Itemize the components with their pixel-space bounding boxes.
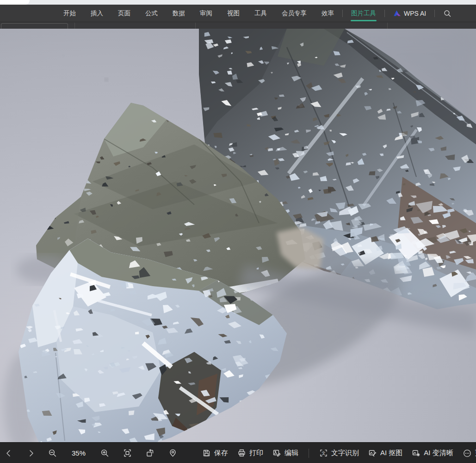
menu-item-review[interactable]: 审阅 [200, 9, 212, 18]
edit-label: 编辑 [284, 449, 298, 457]
chevron-left-icon [5, 449, 13, 457]
menu-separator [434, 10, 435, 17]
menu-separator [384, 10, 385, 17]
document-image-canvas[interactable] [0, 29, 476, 442]
search-icon [443, 9, 451, 18]
menu-item-data[interactable]: 数据 [173, 9, 185, 18]
menu-item-home[interactable]: 开始 [63, 9, 76, 18]
zoom-out-button[interactable] [48, 449, 57, 457]
print-label: 打印 [249, 449, 263, 457]
ocr-icon: 文 [319, 449, 328, 457]
menu-item-view[interactable]: 视图 [227, 9, 240, 18]
menu-item-wps-ai[interactable]: WPS AI [393, 10, 426, 17]
ribbon-separator [387, 23, 388, 29]
ribbon-separator [74, 23, 75, 29]
location-pin-button[interactable] [168, 449, 177, 457]
print-button[interactable]: 打印 [237, 449, 263, 457]
search-button[interactable] [443, 9, 451, 18]
ribbon-strip [0, 22, 476, 29]
save-button[interactable]: 保存 [202, 449, 228, 457]
menu-item-tools[interactable]: 工具 [254, 9, 267, 18]
zoom-out-icon [48, 449, 57, 457]
menu-item-formula[interactable]: 公式 [145, 9, 158, 18]
menu-item-membership[interactable]: 会员专享 [282, 9, 307, 18]
rotate-button[interactable] [146, 449, 155, 457]
ai-cutout-icon [368, 449, 377, 457]
more-button[interactable]: 更 [463, 449, 476, 458]
menu-item-picture-tools[interactable]: 图片工具 [351, 9, 376, 18]
ai-clarify-icon [412, 449, 420, 457]
top-tab-strip [0, 0, 476, 5]
menu-item-insert[interactable]: 插入 [91, 9, 103, 18]
ai-cutout-label: AI 抠图 [380, 449, 402, 457]
ribbon-separator [195, 23, 196, 29]
wps-ai-logo-icon [393, 10, 401, 17]
more-icon [463, 449, 472, 458]
wps-photo-viewer-window: 开始 插入 页面 公式 数据 审阅 视图 工具 会员专享 效率 图片工具 [0, 0, 476, 463]
save-label: 保存 [214, 449, 228, 457]
edit-button[interactable]: 编辑 [272, 449, 298, 457]
print-icon [237, 449, 246, 457]
save-icon [202, 449, 211, 457]
zoom-in-button[interactable] [100, 449, 109, 457]
ai-cutout-button[interactable]: AI 抠图 [368, 449, 402, 457]
zoom-in-icon [100, 449, 109, 457]
wps-ai-label: WPS AI [404, 10, 426, 17]
ai-clarify-label: AI 变清晰 [424, 449, 453, 457]
menu-separator [342, 10, 343, 17]
chevron-right-icon [27, 449, 35, 457]
svg-text:文: 文 [321, 451, 326, 456]
bottom-toolbar: 35% [0, 442, 476, 463]
toolbar-separator [309, 449, 309, 458]
edit-icon [272, 449, 281, 457]
location-pin-icon [168, 449, 177, 457]
window-tab[interactable] [0, 0, 30, 5]
menu-bar: 开始 插入 页面 公式 数据 审阅 视图 工具 会员专享 效率 图片工具 [0, 5, 476, 22]
fit-screen-icon [123, 449, 132, 457]
rotate-icon [146, 449, 155, 457]
ocr-label: 文字识别 [331, 449, 359, 457]
menu-item-efficiency[interactable]: 效率 [321, 9, 334, 18]
previous-image-button[interactable] [5, 449, 13, 457]
next-image-button[interactable] [27, 449, 35, 457]
fit-to-screen-button[interactable] [123, 449, 132, 457]
menu-item-page[interactable]: 页面 [118, 9, 130, 18]
metal-chunks-photo [0, 29, 476, 442]
ai-clarify-button[interactable]: AI 变清晰 [412, 449, 453, 457]
ocr-button[interactable]: 文 文字识别 [319, 449, 359, 457]
zoom-percent-value[interactable]: 35% [71, 449, 87, 457]
